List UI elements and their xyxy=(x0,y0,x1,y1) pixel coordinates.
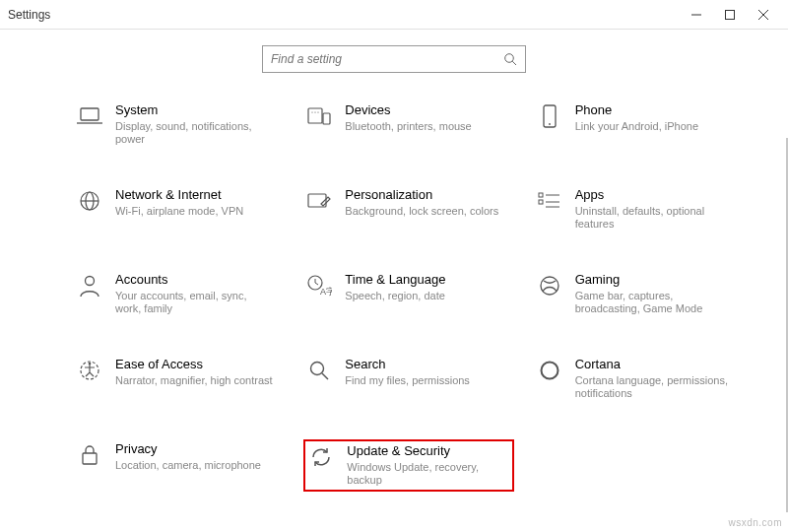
tile-gaming[interactable]: Gaming Game bar, captures, broadcasting,… xyxy=(534,270,744,319)
tile-desc: Background, lock screen, colors xyxy=(345,205,498,219)
svg-rect-20 xyxy=(539,200,543,204)
tile-system[interactable]: System Display, sound, notifications, po… xyxy=(74,100,284,150)
watermark: wsxdn.com xyxy=(728,517,782,528)
svg-point-29 xyxy=(541,277,558,295)
svg-rect-19 xyxy=(539,193,543,197)
settings-grid: System Display, sound, notifications, po… xyxy=(44,100,744,492)
tile-title: Phone xyxy=(575,102,698,118)
svg-point-34 xyxy=(541,363,558,379)
tile-title: Privacy xyxy=(115,441,261,457)
tile-title: Cortana xyxy=(575,357,733,372)
apps-list-icon xyxy=(536,187,563,215)
tile-title: System xyxy=(115,102,273,118)
window-controls xyxy=(680,0,780,30)
tile-desc: Game bar, captures, broadcasting, Game M… xyxy=(575,290,733,317)
tile-title: Personalization xyxy=(345,187,498,203)
tile-accounts[interactable]: Accounts Your accounts, email, sync, wor… xyxy=(74,270,284,319)
tile-desc: Display, sound, notifications, power xyxy=(115,120,273,148)
minimize-icon xyxy=(691,10,701,20)
person-icon xyxy=(76,272,103,299)
svg-point-32 xyxy=(311,363,324,375)
tile-title: Apps xyxy=(575,187,733,203)
tile-privacy[interactable]: Privacy Location, camera, microphone xyxy=(74,439,284,492)
minimize-button[interactable] xyxy=(680,0,713,30)
tile-cortana[interactable]: Cortana Cortana language, permissions, n… xyxy=(534,355,744,404)
svg-text:A字: A字 xyxy=(320,287,332,297)
svg-line-33 xyxy=(322,373,328,379)
tile-title: Search xyxy=(345,357,470,372)
globe-icon xyxy=(76,187,103,215)
maximize-icon xyxy=(725,10,735,20)
search-input[interactable] xyxy=(271,52,503,66)
tile-desc: Uninstall, defaults, optional features xyxy=(575,205,733,233)
ease-of-access-icon xyxy=(76,357,103,384)
lock-icon xyxy=(76,441,103,469)
magnifier-icon xyxy=(305,357,333,384)
svg-point-10 xyxy=(312,111,313,112)
svg-point-11 xyxy=(315,111,316,112)
tile-title: Time & Language xyxy=(345,272,445,288)
close-button[interactable] xyxy=(747,0,780,30)
svg-line-5 xyxy=(512,61,516,65)
tile-title: Accounts xyxy=(115,272,273,288)
phone-icon xyxy=(536,102,563,130)
tile-desc: Location, camera, microphone xyxy=(115,459,261,473)
svg-rect-6 xyxy=(81,108,98,120)
tile-title: Devices xyxy=(345,102,471,118)
search-icon xyxy=(503,52,517,66)
tile-apps[interactable]: Apps Uninstall, defaults, optional featu… xyxy=(534,185,744,234)
sync-icon xyxy=(307,443,335,471)
close-icon xyxy=(758,10,768,20)
tile-desc: Your accounts, email, sync, work, family xyxy=(115,290,273,317)
svg-point-12 xyxy=(318,111,319,112)
tile-title: Update & Security xyxy=(347,443,504,459)
svg-rect-8 xyxy=(308,108,322,123)
tile-update-security[interactable]: Update & Security Windows Update, recove… xyxy=(303,439,513,492)
svg-rect-9 xyxy=(323,113,330,124)
svg-point-14 xyxy=(549,123,551,125)
devices-icon xyxy=(305,102,333,130)
titlebar: Settings xyxy=(0,0,788,30)
laptop-icon xyxy=(76,102,103,130)
tile-phone[interactable]: Phone Link your Android, iPhone xyxy=(534,100,744,150)
tile-desc: Wi-Fi, airplane mode, VPN xyxy=(115,205,243,219)
tile-title: Network & Internet xyxy=(115,187,243,203)
tile-desc: Bluetooth, printers, mouse xyxy=(345,120,471,134)
svg-point-31 xyxy=(89,363,92,366)
maximize-button[interactable] xyxy=(713,0,747,30)
svg-point-4 xyxy=(505,54,514,63)
tile-title: Gaming xyxy=(575,272,733,288)
paint-icon xyxy=(305,187,333,215)
tile-desc: Speech, region, date xyxy=(345,290,445,303)
window-title: Settings xyxy=(8,8,50,22)
tile-title: Ease of Access xyxy=(115,357,273,372)
svg-rect-1 xyxy=(726,10,735,19)
search-box[interactable] xyxy=(262,45,526,73)
tile-devices[interactable]: Devices Bluetooth, printers, mouse xyxy=(303,100,513,150)
tile-desc: Cortana language, permissions, notificat… xyxy=(575,374,733,402)
svg-rect-35 xyxy=(83,453,97,464)
tile-desc: Link your Android, iPhone xyxy=(575,120,698,134)
tile-time-language[interactable]: A字 Time & Language Speech, region, date xyxy=(303,270,513,319)
tile-desc: Find my files, permissions xyxy=(345,374,470,388)
cortana-icon xyxy=(536,357,563,384)
time-language-icon: A字 xyxy=(305,272,333,299)
content-area: System Display, sound, notifications, po… xyxy=(0,30,788,532)
svg-point-24 xyxy=(86,277,95,286)
svg-line-27 xyxy=(315,283,318,285)
tile-desc: Windows Update, recovery, backup xyxy=(347,461,504,489)
tile-personalization[interactable]: Personalization Background, lock screen,… xyxy=(303,185,513,234)
tile-network[interactable]: Network & Internet Wi-Fi, airplane mode,… xyxy=(74,185,284,234)
tile-desc: Narrator, magnifier, high contrast xyxy=(115,374,273,388)
tile-ease-of-access[interactable]: Ease of Access Narrator, magnifier, high… xyxy=(74,355,284,404)
xbox-icon xyxy=(536,272,563,299)
tile-search[interactable]: Search Find my files, permissions xyxy=(303,355,513,404)
